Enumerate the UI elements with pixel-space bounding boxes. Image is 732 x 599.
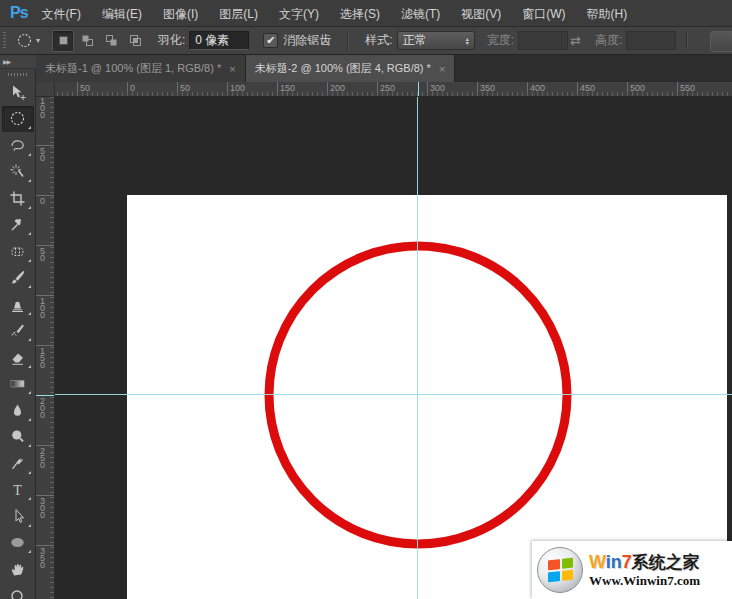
ruler-major-tick	[77, 82, 78, 96]
subtool-corner-icon	[28, 259, 31, 262]
width-input[interactable]	[518, 31, 568, 50]
toolbar-collapse-button[interactable]: ▶▶	[0, 55, 36, 69]
menu-item[interactable]: 文字(Y)	[279, 7, 319, 21]
hand-tool[interactable]	[2, 556, 34, 583]
brush-tool[interactable]	[2, 265, 34, 292]
photoshop-logo: Ps	[10, 4, 28, 22]
new-selection-button[interactable]	[52, 30, 74, 52]
photoshop-window: Ps 文件(F)编辑(E)图像(I)图层(L)文字(Y)选择(S)滤镜(T)视图…	[0, 0, 732, 599]
style-dropdown[interactable]: 正常 ▴▾	[397, 31, 475, 50]
healing-brush-tool[interactable]	[2, 238, 34, 265]
subtool-corner-icon	[28, 338, 31, 341]
brand-7: 7	[622, 552, 632, 572]
pasteboard	[55, 97, 732, 599]
horizontal-guide	[55, 394, 732, 395]
lasso-tool[interactable]	[2, 132, 34, 159]
ruler-label: 5 0	[40, 148, 45, 162]
ruler-origin-corner[interactable]	[36, 82, 55, 97]
tool-preset-button[interactable]: ▾	[12, 30, 44, 51]
ruler-label: 400	[530, 83, 545, 93]
subtract-from-selection-button[interactable]	[100, 30, 122, 52]
horizontal-ruler[interactable]: 50050100150200250300350400450500550	[55, 82, 732, 97]
ruler-label: 200	[330, 83, 345, 93]
elliptical-marquee-tool[interactable]	[2, 106, 34, 133]
ruler-label: 3 0 0	[40, 498, 45, 519]
subtool-corner-icon	[28, 312, 31, 315]
menu-item[interactable]: 编辑(E)	[102, 7, 142, 21]
close-icon[interactable]: ×	[439, 63, 445, 75]
document-tab[interactable]: 未标题-1 @ 100% (图层 1, RGB/8) *×	[36, 55, 246, 82]
ruler-label: 450	[580, 83, 595, 93]
ruler-major-tick	[327, 82, 328, 96]
subtool-corner-icon	[28, 126, 31, 129]
move-tool[interactable]	[2, 79, 34, 106]
ruler-major-tick	[36, 445, 54, 446]
eyedropper-tool[interactable]	[2, 212, 34, 239]
blur-tool[interactable]	[2, 397, 34, 424]
zoom-tool[interactable]	[2, 583, 34, 599]
ruler-label: 100	[230, 83, 245, 93]
ruler-major-tick	[427, 82, 428, 96]
guide-marker	[36, 395, 54, 396]
ruler-label: 500	[630, 83, 645, 93]
ruler-label: 3 5 0	[40, 548, 45, 569]
menu-item[interactable]: 文件(F)	[42, 7, 81, 21]
ruler-major-tick	[277, 82, 278, 96]
intersect-selection-button[interactable]	[124, 30, 146, 52]
ruler-major-tick	[36, 195, 54, 196]
selection-mode-buttons	[52, 30, 146, 52]
menu-item[interactable]: 图像(I)	[163, 7, 198, 21]
pen-tool[interactable]	[2, 450, 34, 477]
subtool-corner-icon	[28, 179, 31, 182]
dodge-tool[interactable]	[2, 424, 34, 451]
magic-wand-tool[interactable]	[2, 159, 34, 186]
ruler-label: 1 0 0	[40, 298, 45, 319]
ellipse-shape-tool[interactable]	[2, 530, 34, 557]
menu-item[interactable]: 图层(L)	[219, 7, 258, 21]
feather-input[interactable]: 0 像素	[189, 31, 249, 50]
crop-tool[interactable]	[2, 185, 34, 212]
subtool-corner-icon	[28, 550, 31, 553]
subtool-corner-icon	[28, 206, 31, 209]
menu-item[interactable]: 选择(S)	[340, 7, 380, 21]
toolbar-grip-handle[interactable]	[8, 73, 28, 76]
menu-item[interactable]: 视图(V)	[461, 7, 501, 21]
feather-label: 羽化:	[158, 32, 185, 49]
subtool-corner-icon	[28, 418, 31, 421]
history-brush-tool[interactable]	[2, 318, 34, 345]
document-tab[interactable]: 未标题-2 @ 100% (图层 4, RGB/8) *×	[246, 55, 456, 82]
ruler-major-tick	[36, 345, 54, 346]
type-tool[interactable]: T	[2, 477, 34, 504]
height-input[interactable]	[626, 31, 676, 50]
refine-edge-button-partial[interactable]	[710, 31, 732, 52]
ruler-major-tick	[577, 82, 578, 96]
menu-item[interactable]: 窗口(W)	[522, 7, 565, 21]
brand-w: W	[589, 552, 606, 572]
options-grip-handle[interactable]	[3, 32, 6, 50]
tab-label: 未标题-2 @ 100% (图层 4, RGB/8) *	[255, 61, 431, 76]
ruler-label: 300	[430, 83, 445, 93]
eraser-tool[interactable]	[2, 344, 34, 371]
gradient-tool[interactable]	[2, 371, 34, 398]
brand-suffix: 系统之家	[632, 553, 700, 572]
ruler-major-tick	[127, 82, 128, 96]
divider	[347, 31, 349, 51]
menu-item[interactable]: 帮助(H)	[587, 7, 628, 21]
subtool-corner-icon	[28, 391, 31, 394]
tools-list: T	[0, 79, 35, 599]
path-selection-tool[interactable]	[2, 503, 34, 530]
add-to-selection-button[interactable]	[76, 30, 98, 52]
tab-label: 未标题-1 @ 100% (图层 1, RGB/8) *	[45, 61, 221, 76]
menu-items: 文件(F)编辑(E)图像(I)图层(L)文字(Y)选择(S)滤镜(T)视图(V)…	[42, 4, 649, 23]
style-label: 样式:	[365, 32, 392, 49]
menu-item[interactable]: 滤镜(T)	[401, 7, 440, 21]
vertical-ruler[interactable]: 1 0 05 005 01 0 01 5 02 0 02 5 03 0 03 5…	[36, 97, 55, 599]
ruler-label: 550	[680, 83, 695, 93]
clone-stamp-tool[interactable]	[2, 291, 34, 318]
swap-dimensions-icon[interactable]: ⇄	[570, 33, 581, 48]
ruler-major-tick	[36, 295, 54, 296]
antialias-label: 消除锯齿	[283, 32, 331, 49]
ruler-major-tick	[527, 82, 528, 96]
antialias-checkbox[interactable]: ✔	[263, 33, 278, 48]
close-icon[interactable]: ×	[229, 63, 235, 75]
